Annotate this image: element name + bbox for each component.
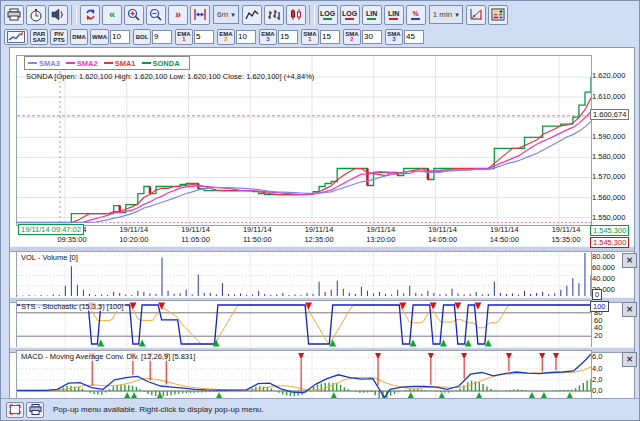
speaker-icon	[51, 8, 65, 21]
dma-label: DMA	[72, 34, 86, 40]
crosshair-price-box: 1.600,674	[590, 109, 629, 120]
scroll-right-icon: »	[175, 9, 181, 20]
scroll-right-button[interactable]: »	[168, 5, 188, 25]
last-price-down-box: 1.545,300	[590, 237, 629, 248]
percent-label: %	[413, 10, 419, 17]
time-tick-date: 19/11/14	[229, 225, 285, 234]
status-bar: Pop-up menu available. Right-click to di…	[1, 398, 639, 420]
price-tick-label: 1.580,000	[592, 152, 625, 161]
volume-tick-label: 80.000	[592, 252, 615, 261]
chart-settings-button[interactable]	[4, 29, 28, 45]
fit-range-icon	[193, 8, 207, 21]
fullscreen-button[interactable]	[6, 402, 24, 418]
macd-panel-title: MACD - Moving Average Conv. Div. [12,26,…	[20, 352, 196, 361]
log-scale-down-button[interactable]: LOG	[340, 5, 360, 25]
par-sar-button[interactable]: PARSAR	[30, 29, 48, 45]
candle-chart-button[interactable]	[286, 5, 306, 25]
bol-label: BOL	[136, 34, 149, 40]
range-dropdown[interactable]: 6m▾	[213, 5, 239, 24]
macd-tick-label: 4,0	[592, 364, 602, 373]
zoom-out-button[interactable]	[146, 5, 166, 25]
red-mark-icon	[389, 18, 398, 20]
time-tick-time: 10:20:00	[106, 235, 162, 244]
axis-settings-button[interactable]	[466, 5, 486, 25]
wma-period-input[interactable]	[110, 30, 130, 44]
volume-plot[interactable]	[17, 252, 591, 298]
sma1-sub: 1	[308, 37, 311, 42]
dma-button[interactable]: DMA	[70, 29, 88, 45]
ema1-button[interactable]: EMA1	[175, 29, 193, 45]
time-tick-time: 12:35:00	[291, 235, 347, 244]
stochastic-tick-label: 20	[594, 331, 602, 340]
zoom-in-icon	[127, 8, 141, 22]
ema3-sub: 3	[266, 37, 269, 42]
ema3-button[interactable]: EMA3	[259, 29, 277, 45]
stochastic-close-button[interactable]: ✕	[622, 302, 637, 317]
stochastic-top-box: 100	[590, 301, 609, 312]
percent-scale-button[interactable]: %	[406, 5, 426, 25]
volume-tick-label: 60.000	[592, 263, 615, 272]
sma2-period-input[interactable]	[362, 30, 382, 44]
sma3-period-input[interactable]	[404, 30, 424, 44]
sma2-sub: 2	[350, 37, 353, 42]
timer-button[interactable]	[26, 5, 46, 25]
time-tick-date: 19/11/14	[291, 225, 347, 234]
print-button[interactable]	[4, 5, 24, 25]
chart-legend: SMA3 SMA2 SMA1 SONDA	[24, 56, 190, 70]
chart-settings-icon	[7, 31, 25, 43]
macd-close-button[interactable]: ✕	[622, 352, 637, 367]
log-up-label: LOG	[320, 10, 335, 17]
line-chart-icon	[245, 9, 259, 21]
candle-chart-icon	[289, 8, 303, 21]
print-chart-button[interactable]	[26, 402, 44, 418]
sma1-button[interactable]: SMA1	[301, 29, 319, 45]
price-tick-label: 1.610,000	[592, 92, 625, 101]
refresh-button[interactable]	[80, 5, 100, 25]
ema3-period-input[interactable]	[278, 30, 298, 44]
bol-button[interactable]: BOL	[133, 29, 151, 45]
line-chart-button[interactable]	[242, 5, 262, 25]
time-tick-date: 19/11/14	[106, 225, 162, 234]
sar-label: SAR	[33, 37, 46, 43]
interval-dropdown[interactable]: 1 min▾	[429, 5, 463, 24]
zoom-in-button[interactable]	[124, 5, 144, 25]
piv-pts-button[interactable]: PIVPTS	[50, 29, 68, 45]
bol-period-input[interactable]	[152, 30, 172, 44]
time-tick-time: 15:35:00	[538, 235, 594, 244]
time-tick-date: 19/11/14	[353, 225, 409, 234]
ema2-period-input[interactable]	[236, 30, 256, 44]
lin-scale-down-button[interactable]: LIN	[384, 5, 404, 25]
sma2-button[interactable]: SMA2	[343, 29, 361, 45]
time-tick-time: 14:05:00	[415, 235, 471, 244]
fit-range-button[interactable]	[190, 5, 210, 25]
time-tick-time: 13:20:00	[353, 235, 409, 244]
lin-down-label: LIN	[388, 10, 399, 17]
sma2-swatch-icon	[66, 62, 75, 64]
legend-item-sma1: SMA1	[104, 59, 136, 68]
axis-settings-icon	[469, 8, 483, 21]
refresh-icon	[84, 8, 97, 21]
volume-panel[interactable]	[16, 251, 592, 299]
green-mark-icon	[323, 18, 332, 20]
zoom-out-icon	[149, 8, 163, 22]
scroll-left-button[interactable]: «	[102, 5, 122, 25]
time-tick-date: 19/11/14	[415, 225, 471, 234]
wma-button[interactable]: WMA	[90, 29, 109, 45]
volume-close-button[interactable]: ✕	[622, 253, 637, 268]
log-scale-up-button[interactable]: LOG	[318, 5, 338, 25]
printer-icon	[29, 404, 42, 415]
ema1-period-input[interactable]	[194, 30, 214, 44]
toolbar-separator	[309, 5, 315, 25]
sma3-button[interactable]: SMA3	[385, 29, 403, 45]
bar-chart-button[interactable]	[264, 5, 284, 25]
lin-scale-up-button[interactable]: LIN	[362, 5, 382, 25]
price-chart-plot[interactable]	[17, 56, 591, 225]
ema2-button[interactable]: EMA2	[217, 29, 235, 45]
time-tick-date: 19/11/14	[476, 225, 532, 234]
sound-button[interactable]	[48, 5, 68, 25]
sma1-period-input[interactable]	[320, 30, 340, 44]
crosshair-time-box: 19/11/14 09:47:02	[18, 224, 84, 235]
colors-button[interactable]	[488, 5, 508, 25]
range-dropdown-value: 6m	[217, 10, 228, 19]
time-tick-time: 11:50:00	[229, 235, 285, 244]
